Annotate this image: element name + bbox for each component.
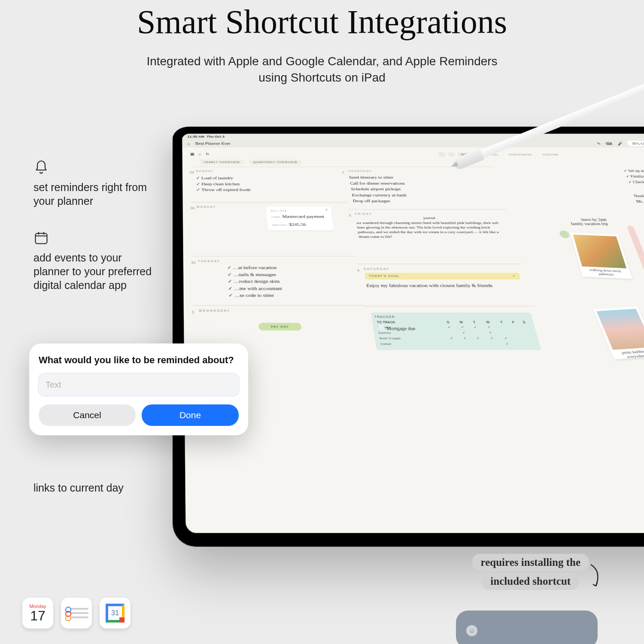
pencil-tool-icon[interactable]: ✎ (596, 142, 601, 145)
bill-card[interactable]: ✓ BILL DUE ITEM: Mastercard payment AMOU… (266, 207, 334, 230)
payday-pill: PAY DAY (258, 322, 302, 330)
shortcut-widget[interactable]: ☺ (456, 611, 598, 644)
day-friday[interactable]: 3 FRIDAY journal we wandered through cha… (349, 209, 522, 264)
subhead-line2: using Shortcuts on iPad (0, 70, 644, 86)
svg-rect-0 (36, 234, 47, 244)
check-icon[interactable]: ✓ (325, 208, 329, 212)
tracker-cell[interactable]: TRACKER TO TRACKSMTWTFSVitamins✓✓✓✓Exerc… (364, 306, 550, 356)
feature-links: links to current day (33, 481, 158, 495)
view-tabs: WE… VERTICAL HORIZONTAL CUSTOM (438, 152, 563, 157)
home-icon[interactable]: ⌂ (187, 142, 190, 145)
tab-custom[interactable]: CUSTOM (538, 152, 562, 157)
feature-reminders-text: set reminders right from your planner (33, 180, 158, 208)
overview-bar: YEARLY OVERVIEW QUARTERLY OVERVIEW (199, 160, 644, 165)
trip-note: leave by 2pm family vacation trip (569, 218, 609, 226)
calendar-icon (33, 230, 49, 246)
requires-note: requires installing the included shortcu… (472, 553, 589, 591)
feature-events: add events to your planner to your prefe… (33, 230, 158, 292)
day-saturday[interactable]: 4 SATURDAY TODAY'S GOAL✓ Enjoy my fabulo… (357, 264, 535, 306)
integration-app-icons: Monday 17 31 (22, 598, 131, 629)
tab-horizontal[interactable]: HORIZONTAL (504, 152, 537, 157)
todays-goal: TODAY'S GOAL✓ (365, 273, 521, 279)
smiley-icon: ☺ (466, 625, 477, 636)
check-icon[interactable]: ✓ (512, 274, 516, 278)
feature-links-text: links to current day (33, 481, 158, 495)
habit-tracker: TRACKER TO TRACKSMTWTFSVitamins✓✓✓✓Exerc… (371, 313, 541, 350)
grid-view-icon[interactable]: ▦ (190, 152, 194, 156)
tab-week[interactable]: WE… (457, 152, 475, 157)
apple-reminders-icon (61, 598, 92, 629)
mic-icon[interactable]: 🎤 (617, 142, 623, 145)
reminder-input[interactable] (39, 374, 239, 396)
reminder-prompt-modal: What would you like to be reminded about… (29, 343, 248, 435)
ipad-screen: 11:35 AM Thu Oct 3 ••• ⌂ Best Planner Ev… (182, 134, 644, 533)
tab-vertical[interactable]: VERTICAL (476, 152, 503, 157)
mortgage-note: Mortgage due (378, 325, 416, 331)
quarterly-overview[interactable]: QUARTERLY OVERVIEW (249, 160, 302, 165)
status-bar: 11:35 AM Thu Oct 3 ••• (182, 134, 644, 140)
day-thursday[interactable]: 2 THURSDAY Send itinerary to sitter Call… (342, 167, 506, 209)
google-calendar-icon: 31 (100, 598, 131, 629)
day-sunday[interactable]: 29 SUNDAY Load of laundry Deep clean kit… (191, 167, 348, 202)
subhead-line1: Integrated with Apple and Google Calenda… (0, 53, 644, 70)
week-grid: 29 SUNDAY Load of laundry Deep clean kit… (191, 167, 644, 356)
done-button[interactable]: Done (142, 404, 239, 426)
photo-image (573, 234, 627, 268)
app-title: Best Planner Ever (195, 142, 231, 145)
arrow-icon (586, 562, 604, 592)
cancel-button[interactable]: Cancel (39, 404, 136, 426)
bell-icon (33, 160, 49, 175)
keyboard-icon[interactable]: ⌨ (605, 142, 613, 145)
app-toolbar: ⌂ Best Planner Ever ✎ ⌨ 🎤 25-L-LM-Sun… ✧… (182, 140, 644, 147)
document-selector[interactable]: 25-L-LM-Sun… (626, 141, 644, 146)
subheadline: Integrated with Apple and Google Calenda… (0, 53, 644, 86)
sync-icon[interactable]: ↻ (206, 152, 209, 156)
next-week[interactable] (447, 152, 456, 157)
day-monday[interactable]: 30 MONDAY ✓ BILL DUE ITEM: Mastercard pa… (191, 202, 356, 256)
prev-week[interactable] (438, 152, 446, 157)
ipad-device: 11:35 AM Thu Oct 3 ••• ⌂ Best Planner Ev… (173, 127, 644, 547)
modal-title: What would you like to be reminded about… (39, 355, 239, 366)
headline: Smart Shortcut Integrations (0, 0, 644, 53)
yearly-overview[interactable]: YEARLY OVERVIEW (199, 160, 245, 165)
feature-reminders: set reminders right from your planner (33, 160, 158, 208)
day-tuesday[interactable]: 31 TUESDAY …at before vacation …nails & … (192, 256, 364, 305)
feature-events-text: add events to your planner to your prefe… (33, 251, 158, 292)
search-icon[interactable]: ⌕ (198, 152, 201, 156)
apple-calendar-icon: Monday 17 (22, 598, 53, 629)
